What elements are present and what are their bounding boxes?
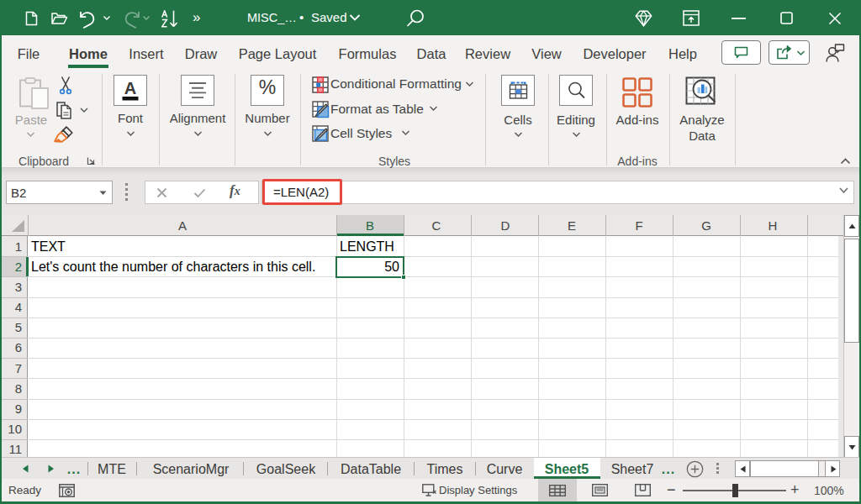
svg-text:A: A [124, 79, 136, 97]
